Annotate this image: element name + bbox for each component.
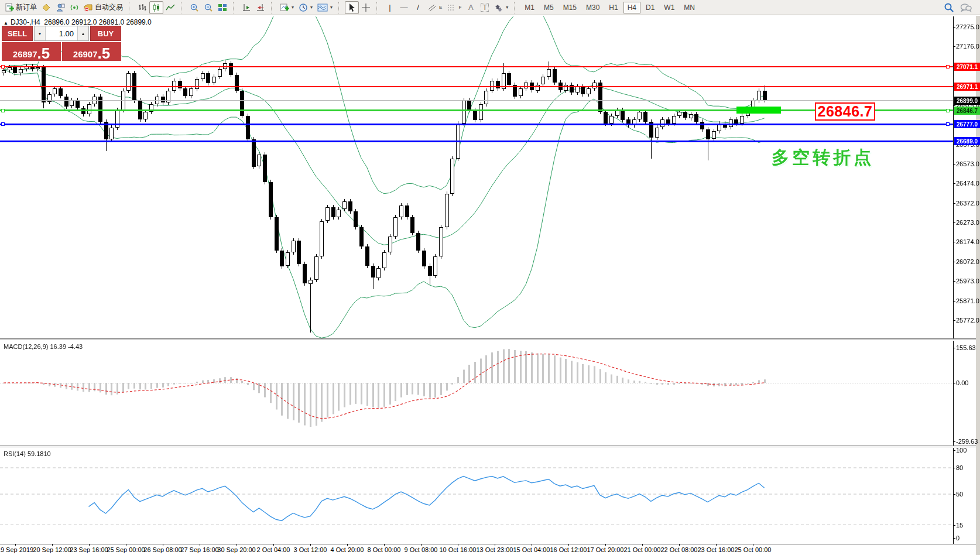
time-axis-label: 2 Oct 04:00 [257, 546, 290, 553]
tile-windows-button[interactable] [215, 1, 229, 14]
pane-splitter[interactable] [0, 446, 976, 447]
time-axis-label: 21 Oct 00:00 [624, 546, 661, 553]
main-chart-canvas[interactable] [0, 16, 953, 339]
text-label-tool-button[interactable]: T [478, 1, 492, 14]
line-anchor[interactable] [1, 122, 5, 126]
crosshair-tool-button[interactable] [359, 1, 373, 14]
price-tag: 26689.0 [954, 137, 980, 145]
timeframe-d1[interactable]: D1 [642, 2, 659, 13]
line-anchor[interactable] [1, 65, 5, 68]
time-tick-mark [273, 544, 274, 546]
volume-input[interactable] [46, 26, 77, 40]
time-tick-mark [458, 544, 458, 546]
time-axis-label: 17 Oct 20:00 [587, 546, 624, 553]
pivot-annotation-text: 多空转折点 [772, 146, 874, 170]
search-icon[interactable] [944, 2, 954, 13]
price-alert-button[interactable] [39, 1, 53, 14]
price-tick-mark [953, 320, 955, 321]
price-axis-macd[interactable] [953, 341, 954, 446]
time-tick-mark [421, 544, 422, 546]
text-label-icon: T [481, 3, 489, 12]
profile-button[interactable] [53, 1, 67, 14]
timeframe-m1[interactable]: M1 [520, 2, 539, 13]
timeframe-m30[interactable]: M30 [582, 2, 604, 13]
rsi-tick-label: 15 [956, 522, 963, 529]
macd-tick-mark [953, 441, 955, 442]
time-axis-label: 23 Sep 16:00 [70, 546, 108, 553]
timeframe-m15[interactable]: M15 [559, 2, 581, 13]
level-line-27071.1[interactable] [0, 66, 953, 67]
time-axis-label: 27 Sep 16:00 [180, 546, 218, 553]
fibonacci-tool-button[interactable]: F [444, 1, 464, 14]
rsi-tick-mark [953, 494, 955, 495]
vertical-line-icon: | [389, 4, 390, 11]
level-line-26971.1[interactable] [0, 86, 953, 87]
rsi-indicator-label: RSI(14) 59.1810 [4, 450, 51, 457]
volume-increase-button[interactable]: ▲ [77, 26, 88, 40]
vertical-line-tool-button[interactable]: | [383, 1, 397, 14]
templates-button[interactable]: ▾ [315, 1, 335, 14]
signal-button[interactable] [67, 1, 81, 14]
line-anchor[interactable] [946, 122, 950, 126]
timeframe-h4[interactable]: H4 [623, 2, 640, 13]
candlestick-chart-button[interactable] [149, 1, 163, 14]
volume-decrease-button[interactable]: ▼ [35, 26, 46, 40]
price-axis-rsi[interactable] [953, 448, 954, 544]
sell-button[interactable]: SELL [2, 26, 33, 41]
rsi-pane-canvas[interactable] [0, 448, 953, 543]
time-tick-mark [163, 544, 163, 546]
sell-price-display[interactable]: 26897.5 [2, 42, 61, 61]
profile-icon [56, 3, 65, 12]
chart-window: ▲DJ30-,H4 26896.0 26912.0 26891.0 26899.… [0, 16, 980, 555]
buy-button[interactable]: BUY [90, 26, 121, 41]
chart-shift-button[interactable] [253, 1, 268, 14]
chat-icon[interactable] [960, 3, 972, 12]
toolbar-right-icons [944, 2, 978, 13]
text-tool-button[interactable]: A [464, 1, 478, 14]
sell-price-frac: .5 [37, 46, 50, 60]
pane-splitter[interactable] [0, 338, 976, 340]
auto-scroll-button[interactable] [239, 1, 253, 14]
price-tick-label: 25871.0 [956, 297, 979, 304]
trendline-tool-button[interactable]: / [411, 1, 425, 14]
new-order-button[interactable]: 新订单 [2, 1, 39, 14]
dropdown-arrow-icon: ▾ [506, 5, 508, 10]
line-chart-button[interactable] [163, 1, 177, 14]
buy-price-display[interactable]: 26907.5 [62, 42, 121, 61]
indicators-button[interactable]: ▾ [277, 1, 296, 14]
timeframe-m5[interactable]: M5 [540, 2, 558, 13]
clock-icon [299, 3, 308, 12]
timeframe-w1[interactable]: W1 [660, 2, 679, 13]
arrows-icon [494, 3, 503, 12]
horizontal-line-tool-button[interactable]: — [397, 1, 411, 14]
price-tick-mark [953, 46, 955, 47]
price-tick-label: 26474.0 [956, 180, 979, 187]
volume-spinner: ▼ ▲ [34, 26, 89, 41]
bar-chart-button[interactable] [135, 1, 149, 14]
time-tick-mark [310, 544, 311, 546]
line-anchor[interactable] [946, 109, 950, 112]
level-line-26899.0[interactable] [0, 100, 953, 101]
channel-tool-button[interactable]: E [425, 1, 444, 14]
timeframe-h1[interactable]: H1 [605, 2, 622, 13]
cursor-tool-button[interactable] [345, 1, 359, 14]
line-anchor[interactable] [946, 65, 950, 68]
dropdown-arrow-icon: ▾ [310, 5, 313, 10]
level-line-26846.7[interactable] [0, 109, 953, 111]
fibonacci-icon [447, 4, 456, 12]
line-anchor[interactable] [1, 109, 5, 112]
periods-button[interactable]: ▾ [296, 1, 315, 14]
rsi-tick-label: 50 [956, 491, 963, 498]
level-line-26777.0[interactable] [0, 124, 953, 125]
toolbar-separator [129, 2, 133, 13]
auto-trading-button[interactable]: 自动交易 [81, 1, 125, 14]
time-axis-label: 4 Oct 20:00 [331, 546, 364, 553]
price-axis-main[interactable] [953, 16, 954, 338]
level-line-26689.0[interactable] [0, 141, 953, 142]
zoom-out-button[interactable] [201, 1, 215, 14]
timeframe-mn[interactable]: MN [680, 2, 699, 13]
dropdown-arrow-icon: ▾ [292, 5, 294, 10]
zoom-in-button[interactable] [187, 1, 201, 14]
macd-pane-canvas[interactable] [0, 341, 953, 446]
arrows-tool-button[interactable]: ▾ [492, 1, 510, 14]
